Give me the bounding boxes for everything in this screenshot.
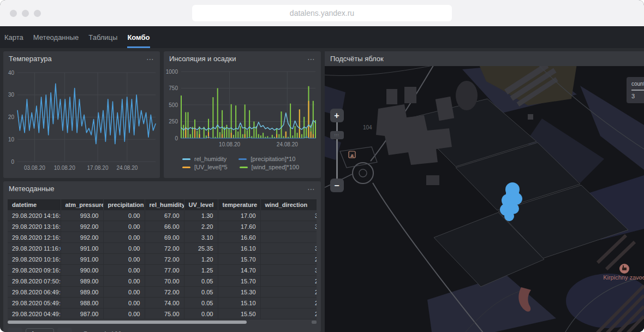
svg-text:0: 0 (175, 135, 178, 141)
legend-label: [UV_level]*5 (194, 164, 228, 170)
zoom-track-lower[interactable] (336, 139, 338, 179)
legend-label: [precipitation]*10 (251, 156, 295, 162)
svg-text:10: 10 (8, 137, 15, 143)
table-cell: 29.08.2020 06:49:00 (8, 287, 61, 298)
table-cell: 29.08.2020 07:50:00 (8, 276, 61, 287)
tab-kombo[interactable]: Комбо (127, 29, 150, 48)
table-cell: 248. (260, 287, 317, 298)
insolation-legend: rel_humidity [precipitation]*10 [UV_leve… (164, 155, 321, 174)
table-cell: 200. (260, 276, 317, 287)
insolation-menu-icon[interactable]: ⋯ (307, 56, 315, 62)
table-cell: 75.00 (145, 309, 184, 319)
map-card-header: Подсчёты яблок (325, 51, 644, 66)
table-cell: 988.00 (61, 298, 103, 309)
map-building-label: 104 (363, 124, 372, 131)
table-row[interactable]: 29.08.2020 12:16:00992.000.0069.003.1016… (8, 232, 317, 243)
legend-item-wind-speed[interactable]: [wind_speed]*100 (240, 164, 299, 170)
table-cell: 296. (260, 309, 317, 319)
meteodata-card: Метеоданные ⋯ datetimeatm_pressureprecip… (3, 181, 321, 332)
table-cell: 0.00 (103, 243, 145, 254)
tab-tablitsy[interactable]: Таблицы (88, 29, 117, 48)
column-header-rel_humidity[interactable]: rel_humidity (145, 199, 184, 210)
table-cell: 17.00 (218, 210, 260, 221)
temperature-card-title: Температура (9, 55, 52, 63)
table-cell: 14. (260, 232, 317, 243)
column-header-temperature[interactable]: temperature (218, 199, 260, 210)
zoom-in-button[interactable]: + (330, 109, 344, 122)
legend-item-rel-humidity[interactable]: rel_humidity (182, 156, 226, 162)
insolation-chart[interactable]: 0250500750100010.08.2024.08.20 (164, 66, 321, 152)
table-cell: 15.10 (218, 298, 260, 309)
svg-text:500: 500 (169, 102, 178, 108)
window-minimize-icon[interactable] (22, 10, 29, 17)
next-page-button[interactable]: › (57, 328, 72, 332)
hscrollbar-thumb[interactable] (8, 321, 247, 324)
table-cell: 989.00 (61, 287, 103, 298)
table-header-row: datetimeatm_pressureprecipitationrel_hum… (8, 199, 317, 210)
table-cell: 15.70 (218, 276, 260, 287)
svg-text:750: 750 (169, 85, 178, 91)
table-cell: 992.00 (61, 221, 103, 232)
insolation-card: Инсоляция и осадки ⋯ 0250500750100010.08… (164, 51, 321, 178)
table-cell: 302. (260, 221, 317, 232)
table-row[interactable]: 29.08.2020 05:49:00988.000.0074.000.0515… (8, 298, 317, 309)
scrollbar-corner[interactable] (312, 321, 317, 324)
table-cell: 14.70 (218, 265, 260, 276)
map-zoom-control: + ∶∶∶ − (330, 109, 344, 192)
table-row[interactable]: 29.08.2020 07:50:00989.000.0070.000.0515… (8, 276, 317, 287)
legend-item-uv-level[interactable]: [UV_level]*5 (182, 164, 228, 170)
legend-dash-icon (182, 167, 190, 168)
window-maximize-icon[interactable] (34, 10, 41, 17)
table-row[interactable]: 29.08.2020 14:16:00993.000.0067.001.3017… (8, 210, 317, 221)
svg-text:17.08.20: 17.08.20 (87, 165, 109, 171)
table-cell: 237. (260, 254, 317, 265)
table-row[interactable]: 29.08.2020 06:49:00989.000.0072.000.0515… (8, 287, 317, 298)
svg-text:10.08.20: 10.08.20 (219, 141, 240, 147)
table-row[interactable]: 29.08.2020 13:16:00992.000.0066.002.2017… (8, 221, 317, 232)
table-cell: 29.08.2020 04:49:00 (8, 309, 61, 319)
tab-meteodannye[interactable]: Метеоданные (33, 29, 79, 48)
url-bar[interactable]: datalens.yandex.ru (192, 5, 452, 21)
table-horizontal-scrollbar (8, 320, 317, 324)
svg-text:20: 20 (8, 114, 15, 120)
window-close-icon[interactable] (10, 10, 17, 17)
table-cell: 992.00 (61, 232, 103, 243)
meteodata-card-header: Метеоданные ⋯ (3, 181, 321, 196)
table-cell: 0.00 (103, 210, 145, 221)
map-card-title: Подсчёты яблок (330, 55, 384, 63)
map-canvas[interactable]: 104 д (325, 66, 644, 332)
column-header-datetime[interactable]: datetime (8, 199, 61, 210)
table-cell: 1.25 (184, 265, 218, 276)
prev-page-button[interactable]: ‹ (8, 328, 22, 332)
zoom-slider-handle[interactable]: ∶∶∶ (330, 131, 344, 139)
legend-scale-line (631, 90, 644, 91)
table-row[interactable]: 29.08.2020 10:16:00991.000.0072.001.2015… (8, 254, 317, 265)
legend-item-precipitation[interactable]: [precipitation]*10 (238, 156, 295, 162)
meteodata-menu-icon[interactable]: ⋯ (307, 186, 315, 192)
column-header-wind_direction[interactable]: wind_direction (260, 199, 317, 210)
svg-text:1000: 1000 (166, 69, 178, 75)
legend-dash-icon (182, 158, 190, 160)
tab-karta[interactable]: Карта (4, 29, 23, 48)
map-render: 104 д (325, 66, 644, 332)
column-header-atm_pressure[interactable]: atm_pressure (61, 199, 103, 210)
temperature-menu-icon[interactable]: ⋯ (146, 56, 154, 62)
column-header-precipitation[interactable]: precipitation (103, 199, 145, 210)
temperature-chart[interactable]: 01020304003.08.2010.08.2017.08.2024.08.2… (3, 66, 160, 178)
legend-value: 3 (631, 93, 644, 99)
column-header-UV_level[interactable]: UV_level (184, 199, 218, 210)
table-row[interactable]: 29.08.2020 11:16:00991.000.0072.0025.351… (8, 243, 317, 254)
table-row[interactable]: 29.08.2020 04:49:00987.000.0075.000.0015… (8, 309, 317, 319)
page-number-input[interactable] (26, 328, 54, 332)
table-cell: 16.60 (218, 232, 260, 243)
table-cell: 0.05 (184, 276, 218, 287)
table-cell: 0.05 (184, 287, 218, 298)
table-row[interactable]: 29.08.2020 09:16:00990.000.0077.001.2514… (8, 265, 317, 276)
meteodata-table-wrap: datetimeatm_pressureprecipitationrel_hum… (3, 196, 321, 319)
legend-dash-icon (240, 167, 248, 168)
table-cell: 29.08.2020 14:16:00 (8, 210, 61, 221)
zoom-out-button[interactable]: − (330, 179, 344, 192)
table-cell: 66.00 (145, 221, 184, 232)
zoom-track-upper[interactable] (336, 122, 338, 131)
table-cell: 74.00 (145, 298, 184, 309)
